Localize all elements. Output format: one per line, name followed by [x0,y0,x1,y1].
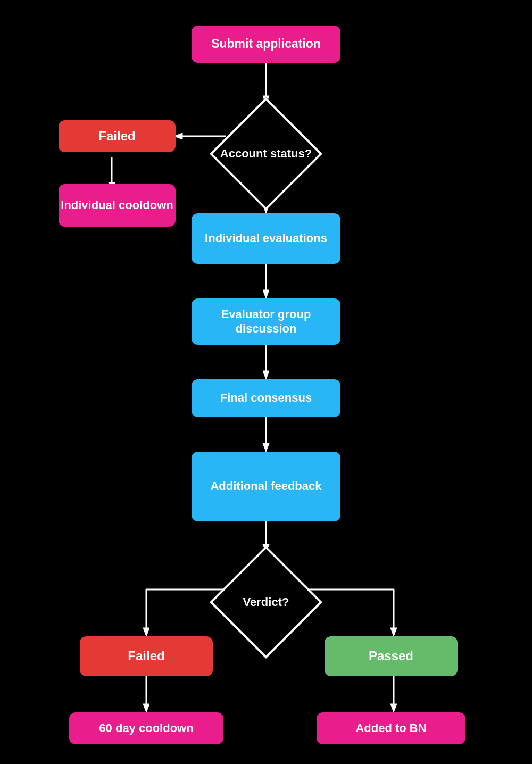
final-consensus-node: Final consensus [192,379,340,417]
evaluator-group-node: Evaluator group discussion [192,298,340,345]
additional-feedback-node: Additional feedback [192,452,340,521]
account-status-diamond: Account status? [210,97,322,210]
individual-cooldown-node: Individual cooldown [59,184,176,227]
account-status-label: Account status? [220,147,312,161]
verdict-label: Verdict? [243,595,289,609]
passed-node: Passed [325,636,458,676]
submit-application-node: Submit application [192,26,340,63]
svg-marker-18 [143,628,149,636]
failed-bottom-node: Failed [80,636,213,676]
svg-marker-25 [390,704,397,712]
svg-marker-13 [263,443,269,452]
svg-marker-9 [263,290,269,298]
svg-marker-23 [143,704,149,712]
flowchart: Submit application Account status? Faile… [27,15,505,749]
failed-top-node: Failed [59,120,176,152]
svg-marker-21 [390,628,397,636]
individual-evaluations-node: Individual evaluations [192,213,340,264]
verdict-diamond: Verdict? [210,546,322,659]
added-to-bn-node: Added to BN [317,712,466,744]
svg-marker-11 [263,371,269,379]
sixty-day-cooldown-node: 60 day cooldown [69,712,223,744]
